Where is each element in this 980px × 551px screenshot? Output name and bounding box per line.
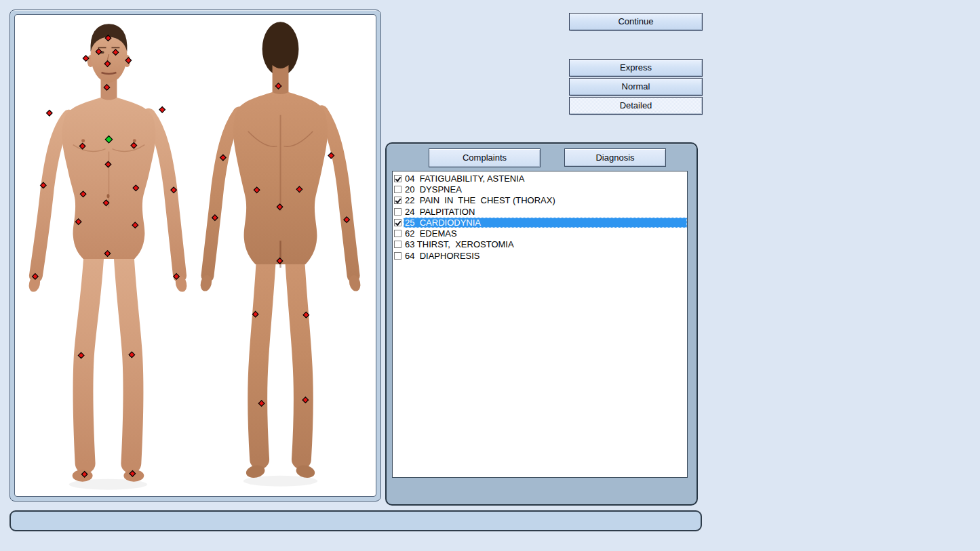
normal-button[interactable]: Normal	[569, 78, 703, 96]
list-item[interactable]: 63 THIRST, XEROSTOMIA	[393, 239, 687, 250]
checkbox[interactable]	[394, 252, 401, 260]
checkbox[interactable]	[394, 208, 401, 216]
list-item[interactable]: 22 PAIN IN THE CHEST (THORAX)	[393, 195, 687, 206]
checkbox[interactable]	[394, 230, 401, 237]
list-item-label: 22 PAIN IN THE CHEST (THORAX)	[404, 195, 687, 205]
tab-complaints[interactable]: Complaints	[429, 148, 541, 167]
body-map-canvas[interactable]	[14, 14, 376, 497]
status-bar	[9, 510, 702, 531]
list-item-label: 63 THIRST, XEROSTOMIA	[404, 239, 687, 249]
complaints-listbox[interactable]: 04 FATIGUABILITY, ASTENIA 20 DYSPNEA 22 …	[392, 171, 688, 478]
detailed-button[interactable]: Detailed	[569, 97, 703, 115]
list-item-label: 20 DYSPNEA	[404, 184, 687, 195]
list-item[interactable]: 04 FATIGUABILITY, ASTENIA	[393, 173, 687, 184]
checkbox[interactable]	[394, 219, 401, 226]
list-item-label: 64 DIAPHORESIS	[404, 251, 687, 261]
body-point[interactable]	[159, 107, 165, 113]
list-item[interactable]: 62 EDEMAS	[393, 228, 687, 239]
list-item[interactable]: 64 DIAPHORESIS	[393, 250, 687, 261]
list-item-label: 24 PALPITATION	[404, 207, 687, 217]
complaints-panel: Complaints Diagnosis 04 FATIGUABILITY, A…	[385, 142, 698, 506]
checkbox[interactable]	[394, 186, 401, 193]
tab-diagnosis[interactable]: Diagnosis	[564, 148, 666, 167]
list-item-label: 04 FATIGUABILITY, ASTENIA	[404, 174, 687, 184]
list-item[interactable]: 20 DYSPNEA	[393, 184, 687, 195]
back-figure	[199, 22, 361, 486]
list-item[interactable]: 24 PALPITATION	[393, 206, 687, 217]
body-map-panel	[9, 9, 381, 502]
body-point[interactable]	[47, 110, 53, 117]
list-item-label: 25 CARDIODYNIA	[404, 218, 687, 228]
checkbox[interactable]	[394, 175, 401, 182]
list-item-label: 62 EDEMAS	[404, 228, 687, 239]
list-item[interactable]: 25 CARDIODYNIA	[393, 217, 687, 228]
body-map-svg	[15, 15, 376, 496]
express-button[interactable]: Express	[569, 59, 703, 77]
checkbox[interactable]	[394, 241, 401, 248]
application-window: Continue Express Normal Detailed Complai…	[0, 0, 980, 551]
checkbox[interactable]	[394, 197, 401, 204]
continue-button[interactable]: Continue	[569, 13, 703, 30]
front-figure	[27, 24, 188, 489]
